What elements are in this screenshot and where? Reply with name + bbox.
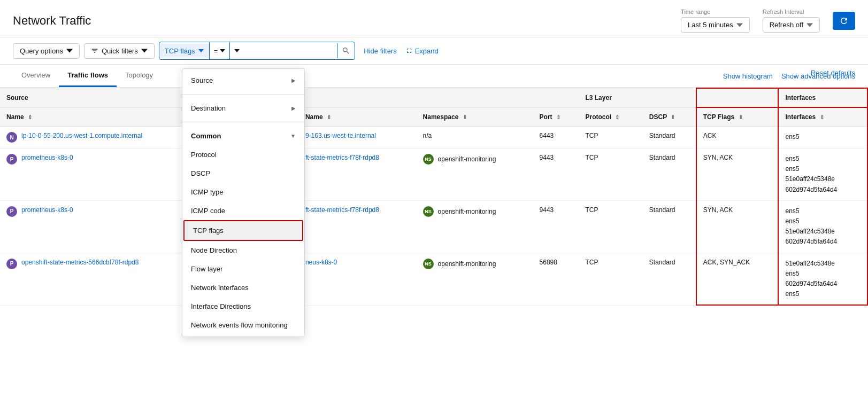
- dscp-cell: Standard: [643, 200, 696, 253]
- table-row: P prometheus-k8s-0 NS openshift-monit ft…: [0, 200, 867, 253]
- common-menu-item[interactable]: Common ▼: [182, 127, 304, 145]
- protocol-cell: TCP: [579, 200, 642, 253]
- interfaces-cell: 51e0aff24c5348eens5602d974d5fa64d4ens5: [778, 253, 867, 305]
- dst-name-sort: ⇕: [327, 114, 331, 120]
- port-header[interactable]: Port ⇕: [533, 107, 579, 127]
- src-name-cell: P openshift-state-metrics-566dcbf78f-rdp…: [0, 253, 202, 305]
- protocol-header[interactable]: Protocol ⇕: [579, 107, 642, 127]
- menu-divider-2: [182, 122, 304, 122]
- src-name-header[interactable]: Name ⇕: [0, 107, 202, 127]
- dscp-label: DSCP: [191, 169, 210, 177]
- tcp-flags-cell: SYN, ACK: [696, 200, 779, 253]
- tcp-flags-label: TCP flags: [165, 47, 195, 55]
- common-chevron: ▼: [290, 133, 296, 139]
- dscp-cell: Standard: [643, 149, 696, 201]
- source-menu-item[interactable]: Source ▶: [182, 71, 304, 90]
- tab-topology[interactable]: Topology: [117, 65, 162, 87]
- dst-namespace-cell: NS openshift-monitoring: [417, 149, 533, 201]
- protocol-label: Protocol: [191, 151, 217, 159]
- hide-filters-button[interactable]: Hide filters: [364, 47, 396, 55]
- expand-button[interactable]: Expand: [405, 47, 439, 55]
- dst-name-header[interactable]: Name ⇕: [299, 107, 417, 127]
- dst-name-cell: neus-k8s-0: [299, 253, 417, 305]
- dscp-cell: Standard: [643, 127, 696, 149]
- source-section: Source ▶: [182, 69, 304, 92]
- flow-layer-label: Flow layer: [191, 265, 222, 273]
- port-cell: 56898: [533, 253, 579, 305]
- table-row: P prometheus-k8s-0 NS openshift-monit ft…: [0, 149, 867, 201]
- interface-directions-menu-item[interactable]: Interface Directions: [182, 297, 304, 316]
- dscp-header[interactable]: DSCP ⇕: [643, 107, 696, 127]
- interfaces-group-header: Interfaces: [778, 88, 867, 107]
- tcp-flags-dropdown[interactable]: TCP flags: [159, 44, 209, 58]
- time-range-select[interactable]: Last 5 minutes: [681, 17, 750, 33]
- tcp-flags-menu-item[interactable]: TCP flags: [183, 220, 303, 241]
- app-title: Network Traffic: [13, 14, 91, 28]
- tab-traffic-flows-label: Traffic flows: [67, 71, 108, 79]
- icmp-type-menu-item[interactable]: ICMP type: [182, 183, 304, 201]
- protocol-menu-item[interactable]: Protocol: [182, 145, 304, 164]
- tab-topology-label: Topology: [125, 71, 153, 79]
- flow-layer-menu-item[interactable]: Flow layer: [182, 260, 304, 278]
- node-direction-menu-item[interactable]: Node Direction: [182, 241, 304, 260]
- tab-traffic-flows[interactable]: Traffic flows: [59, 65, 117, 87]
- filter-dropdown-menu: Source ▶ Destination ▶ Common ▼ Protocol…: [182, 68, 305, 337]
- refresh-interval-value: Refresh off: [770, 21, 803, 29]
- eq-operator[interactable]: =: [210, 44, 230, 58]
- reset-defaults-label: Reset defaults: [811, 69, 855, 77]
- tcp-flags-header[interactable]: TCP Flags ⇕: [696, 107, 779, 127]
- src-name-cell: P prometheus-k8s-0: [0, 200, 202, 253]
- node-direction-label: Node Direction: [191, 246, 237, 254]
- src-name-cell: N ip-10-0-55-200.us-west-1.compute.inter…: [0, 127, 202, 149]
- tcp-flags-cell: ACK: [696, 127, 779, 149]
- reset-defaults-button[interactable]: Reset defaults: [811, 69, 855, 77]
- tcp-flags-value[interactable]: [230, 45, 337, 57]
- destination-label: Destination: [191, 104, 226, 112]
- port-sort: ⇕: [556, 114, 560, 120]
- expand-label: Expand: [415, 47, 439, 55]
- source-label: Source: [191, 76, 213, 84]
- menu-divider-1: [182, 94, 304, 95]
- dst-namespace-cell: NS openshift-monitoring: [417, 253, 533, 305]
- destination-menu-item[interactable]: Destination ▶: [182, 99, 304, 118]
- time-range-label: Time range: [681, 9, 750, 15]
- dscp-menu-item[interactable]: DSCP: [182, 164, 304, 183]
- show-histogram-button[interactable]: Show histogram: [723, 72, 773, 80]
- tcp-flags-filter-bar: TCP flags =: [159, 42, 355, 60]
- refresh-button[interactable]: [833, 12, 855, 30]
- dst-namespace-cell: n/a: [417, 127, 533, 149]
- src-name-sort: ⇕: [28, 114, 32, 120]
- interfaces-cell: ens5ens551e0aff24c5348e602d974d5fa64d4: [778, 200, 867, 253]
- common-label: Common: [191, 132, 221, 140]
- network-events-menu-item[interactable]: Network events flow monitoring: [182, 316, 304, 334]
- common-section: Common ▼ Protocol DSCP ICMP type ICMP co…: [182, 124, 304, 337]
- quick-filters-button[interactable]: Quick filters: [84, 43, 155, 59]
- tcp-flags-group-header: [696, 88, 779, 107]
- dst-namespace-header[interactable]: Namespace ⇕: [417, 107, 533, 127]
- refresh-interval-select[interactable]: Refresh off: [763, 17, 820, 33]
- tcp-flags-sort: ⇕: [739, 114, 743, 120]
- time-range-group: Time range Last 5 minutes: [681, 9, 750, 33]
- network-interfaces-menu-item[interactable]: Network interfaces: [182, 278, 304, 297]
- show-histogram-label: Show histogram: [723, 72, 773, 80]
- table-row: N ip-10-0-55-200.us-west-1.compute.inter…: [0, 127, 867, 149]
- dst-namespace-cell: NS openshift-monitoring: [417, 200, 533, 253]
- app-header: Network Traffic Time range Last 5 minute…: [0, 0, 868, 37]
- table-body: N ip-10-0-55-200.us-west-1.compute.inter…: [0, 127, 867, 306]
- tab-overview[interactable]: Overview: [13, 65, 59, 87]
- query-options-button[interactable]: Query options: [13, 43, 80, 59]
- dscp-sort: ⇕: [671, 114, 675, 120]
- interfaces-header[interactable]: Interfaces ⇕: [778, 107, 867, 127]
- data-table-container: Source L3 Layer Interfaces Name ⇕ Namesp…: [0, 88, 868, 387]
- icmp-code-menu-item[interactable]: ICMP code: [182, 201, 304, 220]
- port-cell: 9443: [533, 149, 579, 201]
- port-cell: 6443: [533, 127, 579, 149]
- protocol-cell: TCP: [579, 149, 642, 201]
- tab-overview-label: Overview: [21, 71, 50, 79]
- column-group-header: Source L3 Layer Interfaces: [0, 88, 867, 107]
- search-button[interactable]: [337, 43, 355, 58]
- network-events-label: Network events flow monitoring: [191, 321, 288, 329]
- interfaces-cell: ens5: [778, 127, 867, 149]
- tcp-flags-cell: SYN, ACK: [696, 149, 779, 201]
- destination-section: Destination ▶: [182, 97, 304, 120]
